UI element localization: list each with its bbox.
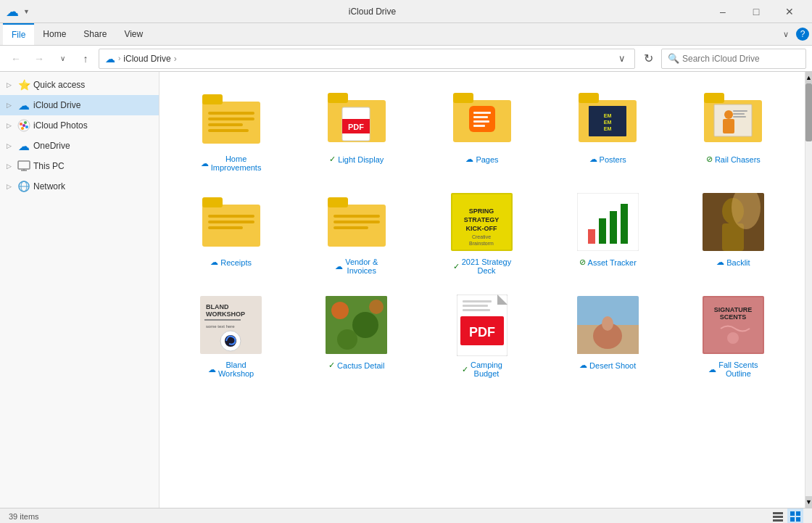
svg-point-3 (25, 125, 28, 128)
back-button[interactable]: ← (6, 49, 26, 69)
up-button[interactable]: ↑ (75, 49, 96, 69)
file-item-bland-workshop[interactable]: BLAND WORKSHOP some text here ☁ Bl (171, 287, 291, 384)
titlebar: ☁ ▼ iCloud Drive – □ ✕ (0, 0, 812, 23)
status-posters: ☁ Posters (589, 155, 626, 164)
file-item-desert-shoot[interactable]: ☁ Desert Shoot (548, 287, 668, 384)
svg-rect-30 (473, 125, 485, 127)
scroll-thumb[interactable] (805, 83, 812, 141)
sidebar-item-icloud-photos[interactable]: ▷ iCloud Photos (0, 115, 159, 136)
svg-rect-6 (18, 161, 30, 169)
sidebar-label-this-pc: This PC (33, 161, 65, 171)
expander-quick-access: ▷ (3, 79, 14, 91)
cloud-status-icon: ☁ (201, 159, 209, 168)
file-item-light-display[interactable]: PDF ✓ Light Display (297, 81, 416, 178)
file-item-camping-budget[interactable]: PDF ✓ CampingBudget (422, 287, 542, 384)
svg-rect-26 (469, 106, 495, 132)
svg-rect-108 (796, 517, 800, 522)
content-area: ☁ HomeImprovements PDF (160, 72, 805, 508)
svg-point-82 (352, 312, 378, 338)
tab-share[interactable]: Share (75, 23, 115, 45)
sidebar-item-this-pc[interactable]: ▷ This PC (0, 156, 159, 176)
sidebar-item-network[interactable]: ▷ Network (0, 176, 159, 197)
svg-rect-16 (208, 118, 254, 120)
sidebar-item-onedrive[interactable]: ▷ ☁ OneDrive (0, 136, 159, 156)
forward-button[interactable]: → (29, 49, 49, 69)
file-item-pages[interactable]: ☁ Pages (422, 81, 542, 178)
view-list-button[interactable] (770, 508, 786, 524)
sidebar-label-quick-access: Quick access (33, 80, 85, 90)
label-light-display: ✓ Light Display (329, 155, 384, 164)
view-grid-button[interactable] (787, 508, 803, 524)
svg-rect-67 (621, 204, 628, 244)
tab-file[interactable]: File (3, 23, 34, 45)
svg-text:STRATEGY: STRATEGY (464, 216, 499, 223)
file-item-posters[interactable]: EM EM EM ☁ Posters (548, 81, 668, 178)
refresh-button[interactable]: ↻ (638, 49, 658, 69)
file-item-home-improvements[interactable]: ☁ HomeImprovements (171, 81, 291, 178)
file-item-backlit[interactable]: ☁ Backlit (674, 184, 793, 281)
svg-rect-63 (577, 193, 639, 251)
label-vendor-invoices: ☁ Vendor &Invoices (335, 258, 378, 275)
svg-text:some text here: some text here (206, 324, 235, 329)
file-item-vendor-invoices[interactable]: ☁ Vendor &Invoices (297, 184, 416, 281)
pc-icon (17, 160, 30, 173)
status-vendor-invoices: ☁ Vendor &Invoices (335, 258, 378, 275)
window-controls: – □ ✕ (706, 0, 806, 23)
svg-point-41 (724, 110, 733, 119)
thumb-asset-tracker (575, 189, 640, 255)
svg-rect-75 (204, 319, 241, 321)
status-fall-scents: ☁ Fall ScentsOutline (708, 361, 758, 378)
svg-rect-47 (202, 197, 223, 207)
maximize-button[interactable]: □ (740, 0, 773, 23)
label-pages: ☁ Pages (465, 155, 498, 164)
view-controls (770, 508, 803, 524)
sidebar-item-quick-access[interactable]: ▷ ⭐ Quick access (0, 75, 159, 95)
ribbon: File Home Share View ∨ ? (0, 23, 812, 46)
scrollbar[interactable]: ▲ ▼ (805, 72, 812, 508)
qat-dropdown[interactable]: ▼ (20, 7, 33, 17)
thumb-posters: EM EM EM (575, 86, 640, 152)
svg-rect-103 (773, 516, 783, 518)
label-strategy-deck: ✓ 2021 StrategyDeck (453, 258, 512, 275)
history-button[interactable]: ∨ (52, 49, 72, 69)
svg-rect-38 (704, 93, 724, 103)
search-input[interactable] (682, 54, 800, 64)
svg-rect-27 (473, 112, 491, 114)
status-backlit: ☁ Backlit (716, 258, 750, 267)
file-item-fall-scents[interactable]: SIGNATURE SCENTS ☁ Fall ScentsOutline (674, 287, 793, 384)
svg-rect-105 (790, 511, 795, 516)
scroll-up-button[interactable]: ▲ (805, 72, 812, 83)
ribbon-help-button[interactable]: ? (796, 28, 809, 41)
thumb-backlit (700, 189, 766, 255)
svg-point-84 (369, 300, 384, 314)
file-item-receipts[interactable]: ☁ Receipts (171, 184, 291, 281)
address-path: iCloud Drive (123, 54, 170, 64)
tab-view[interactable]: View (115, 23, 152, 45)
minimize-button[interactable]: – (706, 0, 740, 23)
svg-text:EM: EM (604, 126, 612, 131)
cloud-status-icon4: ☁ (210, 258, 218, 267)
ribbon-help: ∨ ? (779, 28, 809, 41)
tab-home[interactable]: Home (34, 23, 75, 45)
file-grid: ☁ HomeImprovements PDF (168, 78, 796, 387)
status-bland-workshop: ☁ BlandWorkshop (208, 361, 254, 378)
status-strategy-deck: ✓ 2021 StrategyDeck (453, 258, 512, 275)
file-item-rail-chasers[interactable]: ⊘ Rail Chasers (674, 81, 793, 178)
svg-rect-43 (733, 110, 747, 112)
close-button[interactable]: ✕ (773, 0, 806, 23)
address-dropdown-button[interactable]: ∨ (616, 52, 629, 65)
check-status-icon: ✓ (329, 155, 336, 164)
svg-rect-104 (773, 519, 783, 522)
svg-rect-20 (328, 93, 348, 103)
sidebar-item-icloud-drive[interactable]: ▷ ☁ iCloud Drive (0, 95, 159, 115)
address-bar[interactable]: ☁ › iCloud Drive › ∨ (99, 49, 635, 69)
ribbon-chevron[interactable]: ∨ (779, 28, 793, 41)
items-count: 39 items (9, 512, 39, 521)
sidebar-label-onedrive: OneDrive (33, 141, 70, 151)
svg-point-96 (602, 316, 613, 331)
scroll-down-button[interactable]: ▼ (805, 496, 812, 508)
file-item-cactus-detail[interactable]: ✓ Cactus Detail (297, 287, 416, 384)
file-item-strategy-deck[interactable]: SPRING STRATEGY KICK-OFF Creative Brains… (422, 184, 542, 281)
file-item-asset-tracker[interactable]: ⊘ Asset Tracker (548, 184, 668, 281)
navbar: ← → ∨ ↑ ☁ › iCloud Drive › ∨ ↻ 🔍 (0, 46, 812, 72)
